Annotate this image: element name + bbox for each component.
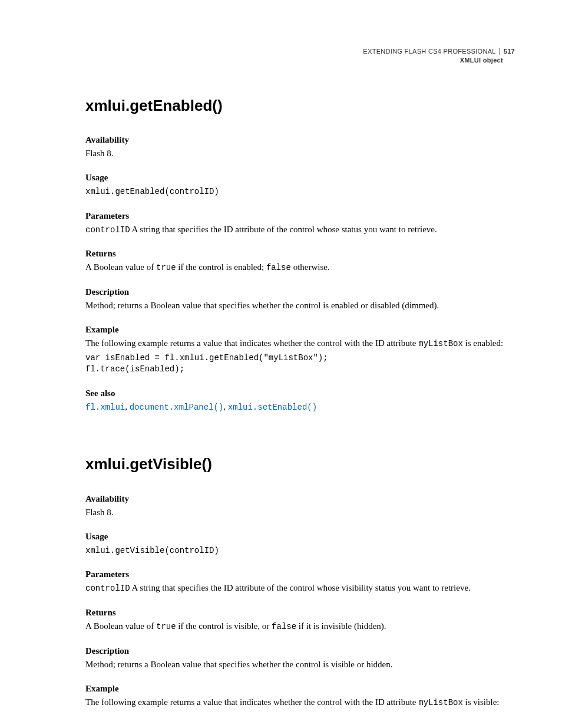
example-intro: The following example returns a value th…	[85, 337, 515, 350]
param-name: controlID	[85, 225, 130, 235]
availability-heading: Availability	[85, 493, 515, 505]
example-heading: Example	[85, 683, 515, 695]
parameter-line: controlID A string that specifies the ID…	[85, 223, 515, 236]
link-xmlui-setenabled[interactable]: xmlui.setEnabled()	[228, 403, 317, 412]
param-name: controlID	[85, 584, 130, 593]
returns-text: A Boolean value of true if the control i…	[85, 261, 515, 274]
description-heading: Description	[85, 645, 515, 657]
usage-heading: Usage	[85, 531, 515, 543]
param-desc: A string that specifies the ID attribute…	[130, 225, 437, 234]
parameter-line: controlID A string that specifies the ID…	[85, 582, 515, 595]
see-also-heading: See also	[85, 387, 515, 400]
header-section: XMLUI object	[85, 56, 515, 65]
availability-text: Flash 8.	[85, 506, 515, 519]
usage-heading: Usage	[85, 172, 515, 184]
availability-heading: Availability	[85, 134, 515, 146]
parameters-heading: Parameters	[85, 210, 515, 222]
description-text: Method; returns a Boolean value that spe…	[85, 658, 515, 671]
example-code: var isEnabled = fl.xmlui.getEnabled("myL…	[85, 353, 515, 375]
usage-code: xmlui.getEnabled(controlID)	[85, 186, 515, 198]
param-desc: A string that specifies the ID attribute…	[130, 583, 471, 592]
header-title-row: EXTENDING FLASH CS4 PROFESSIONAL517	[363, 47, 515, 56]
example-heading: Example	[85, 324, 515, 336]
see-also-links: fl.xmlui, document.xmlPanel(), xmlui.set…	[85, 401, 515, 414]
availability-text: Flash 8.	[85, 147, 515, 160]
page-number: 517	[500, 48, 515, 55]
usage-code: xmlui.getVisible(controlID)	[85, 545, 515, 557]
book-title: EXTENDING FLASH CS4 PROFESSIONAL	[363, 48, 500, 55]
description-heading: Description	[85, 286, 515, 298]
returns-text: A Boolean value of true if the control i…	[85, 620, 515, 633]
returns-heading: Returns	[85, 248, 515, 260]
example-intro: The following example returns a value th…	[85, 696, 515, 709]
link-fl-xmlui[interactable]: fl.xmlui	[85, 403, 125, 412]
parameters-heading: Parameters	[85, 568, 515, 581]
method-title-getenabled: xmlui.getEnabled()	[85, 95, 515, 116]
page-header: EXTENDING FLASH CS4 PROFESSIONAL517 XMLU…	[85, 47, 515, 65]
description-text: Method; returns a Boolean value that spe…	[85, 299, 515, 312]
method-title-getvisible: xmlui.getVisible()	[85, 453, 515, 475]
link-document-xmlpanel[interactable]: document.xmlPanel()	[130, 403, 224, 412]
returns-heading: Returns	[85, 607, 515, 619]
